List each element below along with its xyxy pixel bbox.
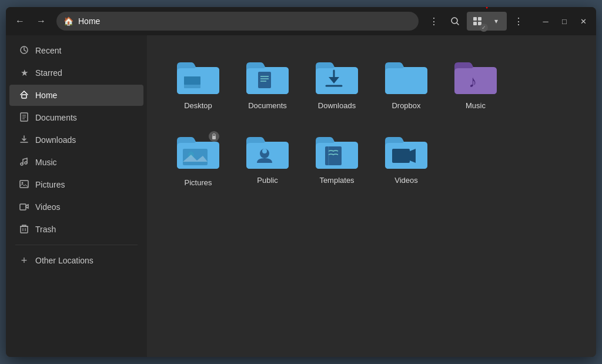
sidebar-label-other-locations: Other Locations <box>35 256 93 265</box>
sidebar-item-documents[interactable]: Documents <box>9 107 143 128</box>
public-folder-icon <box>244 129 291 171</box>
pictures-label: Pictures <box>185 178 212 187</box>
music-icon <box>19 157 29 168</box>
documents-label: Documents <box>248 101 287 110</box>
desktop-label: Desktop <box>184 101 212 110</box>
svg-rect-31 <box>183 149 208 165</box>
pictures-icon <box>19 180 29 190</box>
sidebar-item-starred[interactable]: ★ Starred <box>9 62 143 84</box>
svg-point-35 <box>262 149 267 153</box>
red-arrow: ▼ <box>479 7 495 12</box>
folder-desktop[interactable]: Desktop <box>166 49 230 115</box>
svg-point-13 <box>21 163 23 165</box>
templates-label: Templates <box>319 176 354 185</box>
svg-rect-4 <box>473 22 477 25</box>
folder-grid: Desktop Documents <box>166 49 577 192</box>
svg-line-1 <box>457 23 459 25</box>
home-icon: 🏠 <box>63 16 73 26</box>
sidebar: Recent ★ Starred Home Documents <box>6 35 147 357</box>
svg-rect-7 <box>22 95 26 98</box>
sidebar-item-pictures[interactable]: Pictures <box>9 174 143 195</box>
templates-folder-icon <box>313 129 360 171</box>
sidebar-item-trash[interactable]: Trash <box>9 219 143 240</box>
folder-public[interactable]: Public <box>235 124 300 192</box>
svg-rect-15 <box>20 181 28 188</box>
sidebar-item-downloads[interactable]: Downloads <box>9 129 143 151</box>
maximize-button[interactable]: □ <box>556 13 573 29</box>
folder-videos[interactable]: Videos <box>374 124 439 192</box>
sidebar-label-home: Home <box>35 91 57 100</box>
sidebar-item-videos[interactable]: Videos <box>9 196 143 218</box>
videos-icon <box>19 202 29 212</box>
desktop-folder-icon <box>175 54 222 96</box>
sidebar-item-music[interactable]: Music <box>9 152 143 173</box>
downloads-label: Downloads <box>318 101 356 110</box>
view-toggle-group: ▼ ✓ ▾ <box>467 12 507 31</box>
trash-icon <box>19 224 29 235</box>
location-bar: 🏠 Home <box>56 12 419 31</box>
lock-badge <box>209 131 219 142</box>
minimize-button[interactable]: ─ <box>537 13 554 29</box>
svg-point-16 <box>22 182 24 183</box>
folder-templates[interactable]: Templates <box>305 124 369 192</box>
starred-icon: ★ <box>19 68 29 78</box>
grid-view-button[interactable]: ✓ <box>468 12 487 31</box>
folder-pictures[interactable]: Pictures <box>166 124 230 192</box>
forward-button[interactable]: → <box>32 12 51 31</box>
svg-rect-18 <box>21 226 28 233</box>
sidebar-label-music: Music <box>35 158 57 167</box>
svg-rect-24 <box>258 72 271 88</box>
svg-rect-23 <box>184 76 200 85</box>
svg-rect-36 <box>325 146 342 165</box>
recent-icon <box>19 45 29 56</box>
music-label: Music <box>466 101 486 110</box>
back-button[interactable]: ← <box>11 12 29 31</box>
folder-downloads[interactable]: Downloads <box>305 49 369 115</box>
file-manager-window: ← → 🏠 Home ⋮ ▼ ✓ ▾ <box>6 7 596 357</box>
music-folder-icon: ♪ <box>452 54 499 96</box>
sidebar-label-downloads: Downloads <box>35 135 76 145</box>
search-button[interactable] <box>446 12 464 31</box>
downloads-folder-icon <box>313 54 360 96</box>
dropbox-folder-icon <box>383 54 430 96</box>
sidebar-label-starred: Starred <box>35 68 62 78</box>
svg-text:♪: ♪ <box>469 72 477 91</box>
public-label: Public <box>257 176 277 185</box>
more-options-button[interactable]: ⋮ <box>509 12 528 31</box>
dropbox-label: Dropbox <box>392 101 420 110</box>
svg-rect-33 <box>212 136 216 139</box>
home-nav-icon <box>19 90 29 101</box>
folder-documents[interactable]: Documents <box>235 49 300 115</box>
sidebar-divider <box>15 245 138 245</box>
main-layout: Recent ★ Starred Home Documents <box>6 35 596 357</box>
sidebar-label-pictures: Pictures <box>35 180 65 189</box>
sidebar-item-other-locations[interactable]: + Other Locations <box>9 250 143 271</box>
folder-dropbox[interactable]: Dropbox <box>374 49 439 115</box>
svg-rect-38 <box>392 149 410 163</box>
svg-rect-2 <box>473 17 477 21</box>
svg-point-14 <box>25 162 27 164</box>
other-locations-icon: + <box>19 255 29 267</box>
sidebar-label-recent: Recent <box>35 46 61 55</box>
folder-music[interactable]: ♪ Music <box>443 49 508 115</box>
videos-label: Videos <box>394 176 418 185</box>
documents-icon <box>19 112 29 123</box>
svg-rect-17 <box>20 204 26 210</box>
downloads-icon <box>19 135 29 146</box>
sidebar-label-videos: Videos <box>35 202 61 212</box>
menu-button[interactable]: ⋮ <box>424 12 443 31</box>
content-area: Desktop Documents <box>147 35 596 357</box>
sidebar-label-trash: Trash <box>35 225 56 234</box>
documents-folder-icon <box>244 54 291 96</box>
sidebar-item-home[interactable]: Home <box>9 85 143 106</box>
titlebar: ← → 🏠 Home ⋮ ▼ ✓ ▾ <box>6 7 596 35</box>
view-dropdown-button[interactable]: ▾ <box>487 12 506 31</box>
videos-folder-icon <box>383 129 430 171</box>
close-button[interactable]: ✕ <box>575 13 591 29</box>
sidebar-item-recent[interactable]: Recent <box>9 40 143 61</box>
sidebar-label-documents: Documents <box>35 113 77 122</box>
svg-rect-3 <box>478 17 481 21</box>
location-title: Home <box>78 16 100 26</box>
